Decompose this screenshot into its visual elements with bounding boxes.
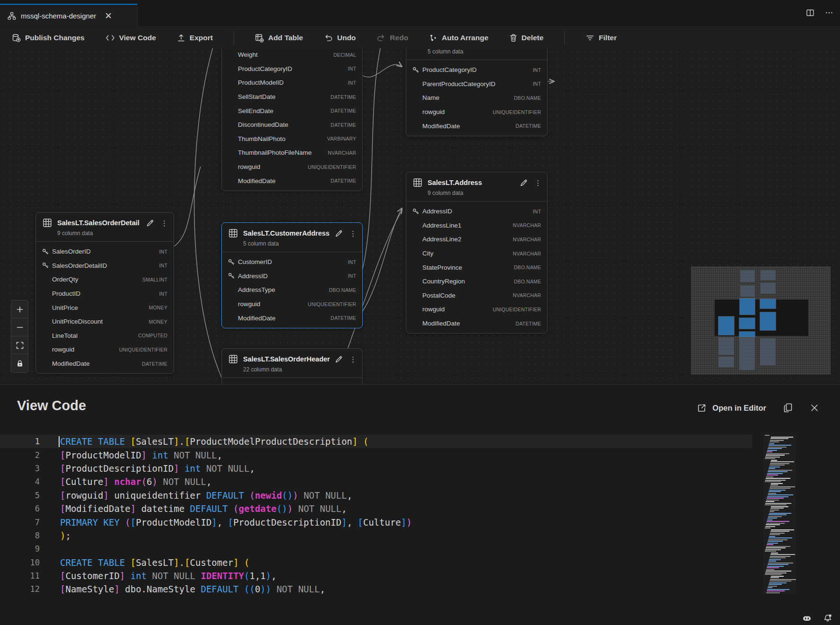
column-row-SellEndDate[interactable]: SellEndDateDATETIME [222, 104, 362, 118]
column-row-rowguid[interactable]: rowguidUNIQUEIDENTIFIER [222, 297, 362, 311]
column-type: DATETIME [331, 178, 356, 184]
column-row-ModifiedDate[interactable]: ModifiedDateDATETIME [36, 357, 174, 371]
bell-icon[interactable] [823, 614, 832, 623]
column-row-ModifiedDate[interactable]: ModifiedDateDATETIME [222, 174, 362, 188]
column-name: ThumbnailPhotoFileName [238, 149, 328, 156]
copy-icon[interactable] [783, 403, 793, 413]
table-card-customer-address[interactable]: SalesLT.CustomerAddress5 column data⋮Cus… [221, 222, 363, 328]
column-row-ModifiedDate[interactable]: ModifiedDateDATETIME [406, 119, 547, 133]
table-card-address[interactable]: SalesLT.Address9 column data⋮AddressIDIN… [406, 172, 548, 334]
fit-view-button[interactable] [11, 336, 28, 354]
code-line-4: 4[Culture] nchar(6) NOT NULL, [0, 475, 752, 488]
open-in-editor-button[interactable]: Open in Editor [697, 403, 766, 413]
kebab-menu-icon[interactable]: ⋮ [534, 179, 542, 186]
column-row-ProductCategoryID[interactable]: ProductCategoryIDINT [222, 62, 362, 76]
column-row-UnitPriceDiscount[interactable]: UnitPriceDiscountMONEY [36, 315, 174, 329]
column-row-rowguid[interactable]: rowguidUNIQUEIDENTIFIER [222, 160, 362, 174]
redo-icon [376, 34, 385, 42]
column-row-PostalCode[interactable]: PostalCodeNVARCHAR [406, 289, 547, 303]
code-minimap-line [770, 534, 780, 535]
column-type: DATETIME [331, 108, 356, 114]
column-row-ParentProductCategoryID[interactable]: ParentProductCategoryIDINT [406, 77, 547, 91]
column-row-DiscontinuedDate[interactable]: DiscontinuedDateDATETIME [222, 118, 362, 132]
column-row-ProductModelID[interactable]: ProductModelIDINT [222, 76, 362, 90]
column-name: rowguid [422, 108, 493, 115]
schema-canvas[interactable]: WeightDECIMALProductCategoryIDINTProduct… [0, 48, 840, 384]
undo-button[interactable]: Undo [324, 34, 356, 42]
code-minimap[interactable] [763, 435, 796, 594]
edit-pencil-icon[interactable] [335, 229, 343, 238]
column-row-OrderQty[interactable]: OrderQtySMALLINT [36, 273, 174, 287]
zoom-in-button[interactable] [11, 300, 28, 318]
column-row-City[interactable]: CityNVARCHAR [406, 246, 547, 261]
code-minimap-line [768, 563, 793, 563]
column-name: ParentProductCategoryID [422, 80, 533, 88]
copilot-icon[interactable] [802, 614, 812, 623]
column-row-SalesOrderDetailID[interactable]: SalesOrderDetailIDINT [36, 259, 174, 273]
column-name: SalesOrderDetailID [52, 262, 159, 269]
code-minimap-line [766, 569, 774, 570]
table-card-product-partial[interactable]: WeightDECIMALProductCategoryIDINTProduct… [221, 48, 363, 191]
table-card-sales-order-detail[interactable]: SalesLT.SalesOrderDetail9 column data⋮Sa… [35, 212, 174, 374]
column-row-ModifiedDate[interactable]: ModifiedDateDATETIME [406, 317, 547, 331]
column-row-UnitPrice[interactable]: UnitPriceMONEY [36, 300, 174, 315]
column-row-ThumbNailPhoto[interactable]: ThumbNailPhotoVARBINARY [222, 132, 362, 146]
column-row-Weight[interactable]: WeightDECIMAL [222, 48, 362, 62]
filter-button[interactable]: Filter [586, 34, 617, 42]
edit-pencil-icon[interactable] [520, 179, 528, 187]
column-row-LineTotal[interactable]: LineTotalCOMPUTED [36, 329, 174, 343]
table-card-product-category[interactable]: 5 column dataProductCategoryIDINTParentP… [406, 48, 548, 136]
column-row-ProductCategoryID[interactable]: ProductCategoryIDINT [406, 63, 547, 77]
kebab-menu-icon[interactable]: ⋮ [161, 220, 168, 227]
column-row-AddressID[interactable]: AddressIDINT [222, 269, 362, 283]
column-row-rowguid[interactable]: rowguidUNIQUEIDENTIFIER [406, 302, 547, 317]
column-row-StateProvince[interactable]: StateProvinceDBO.NAME [406, 260, 547, 274]
column-row-AddressID[interactable]: AddressIDINT [406, 204, 547, 219]
column-row-AddressLine1[interactable]: AddressLine1NVARCHAR [406, 219, 547, 233]
code-minimap-line [765, 504, 787, 505]
edit-pencil-icon[interactable] [146, 219, 154, 227]
column-row-ProductID[interactable]: ProductIDINT [36, 287, 174, 301]
more-actions-icon[interactable] [825, 9, 833, 17]
line-text: [ProductDescriptionID] int NOT NULL, [60, 463, 255, 474]
code-minimap-line [768, 470, 792, 471]
code-minimap-line [769, 584, 782, 585]
column-row-ThumbnailPhotoFileName[interactable]: ThumbnailPhotoFileNameNVARCHAR [222, 146, 362, 160]
zoom-out-button[interactable] [11, 318, 28, 336]
publish-changes-button[interactable]: Publish Changes [12, 34, 85, 43]
export-button[interactable]: Export [177, 34, 213, 42]
canvas-minimap[interactable] [691, 266, 831, 375]
column-row-CustomerID[interactable]: CustomerIDINT [222, 255, 362, 269]
code-minimap-line [771, 460, 777, 461]
column-row-SalesOrderID[interactable]: SalesOrderIDINT [36, 245, 174, 259]
kebab-menu-icon[interactable]: ⋮ [350, 356, 357, 363]
column-row-rowguid[interactable]: rowguidUNIQUEIDENTIFIER [406, 105, 547, 119]
column-row-ModifiedDate[interactable]: ModifiedDateDATETIME [222, 311, 362, 325]
column-row-Name[interactable]: NameDBO.NAME [406, 91, 547, 105]
column-row-SellStartDate[interactable]: SellStartDateDATETIME [222, 90, 362, 104]
tab-close-icon[interactable]: ✕ [105, 11, 112, 20]
auto-arrange-button[interactable]: Auto Arrange [429, 34, 488, 42]
close-icon[interactable] [810, 403, 819, 413]
column-row-AddressLine2[interactable]: AddressLine2NVARCHAR [406, 232, 547, 246]
table-subtitle: 9 column data [428, 190, 541, 196]
column-row-SalesOrderID[interactable]: SalesOrderIDINT [222, 381, 362, 384]
column-row-rowguid[interactable]: rowguidUNIQUEIDENTIFIER [36, 343, 174, 357]
delete-button[interactable]: Delete [509, 34, 544, 42]
column-type: INT [159, 263, 167, 268]
code-minimap-line [769, 559, 781, 560]
minimap-table-block [761, 283, 776, 294]
split-editor-icon[interactable] [806, 9, 814, 17]
kebab-menu-icon[interactable]: ⋮ [350, 230, 357, 237]
view-code-button[interactable]: View Code [105, 34, 156, 42]
edit-pencil-icon[interactable] [335, 355, 343, 363]
redo-button[interactable]: Redo [376, 34, 408, 42]
table-card-sales-order-header[interactable]: SalesLT.SalesOrderHeader22 column data⋮S… [221, 348, 363, 384]
column-row-AddressType[interactable]: AddressTypeDBO.NAME [222, 283, 362, 297]
lock-button[interactable] [11, 354, 28, 372]
tab-mssql-schema-designer[interactable]: mssql-schema-designer ✕ [0, 4, 138, 27]
column-list: SalesOrderIDINT [222, 378, 362, 384]
code-minimap-line [770, 463, 789, 464]
add-table-button[interactable]: Add Table [255, 34, 303, 43]
column-row-CountryRegion[interactable]: CountryRegionDBO.NAME [406, 274, 547, 289]
